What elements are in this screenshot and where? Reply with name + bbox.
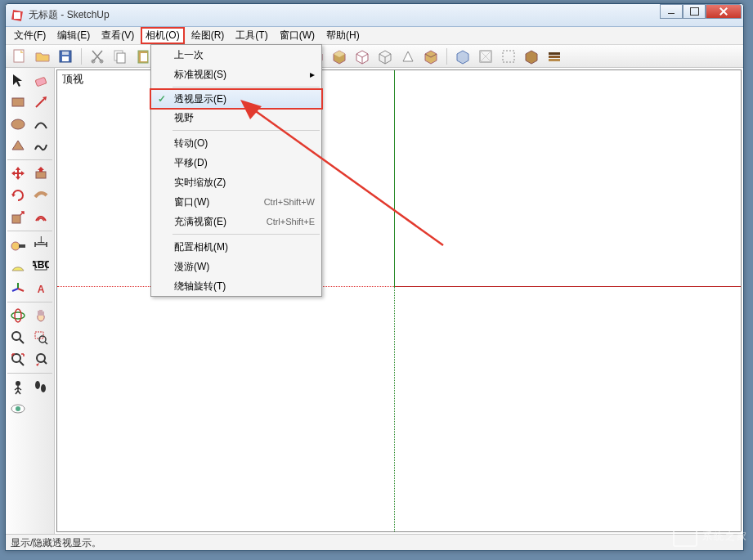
zoom-tool-icon[interactable]	[7, 327, 29, 348]
svg-rect-1	[14, 12, 20, 19]
axes-tool-icon[interactable]	[7, 278, 29, 299]
pushpull-tool-icon[interactable]	[30, 163, 52, 184]
menu-edit[interactable]: 编辑(E)	[52, 27, 95, 44]
svg-point-41	[16, 381, 20, 386]
copy-icon[interactable]	[111, 47, 129, 65]
content-area: ⊥ ABC A	[6, 68, 743, 534]
menu-item-pan[interactable]: 平移(D)	[151, 153, 321, 172]
menu-tools[interactable]: 工具(T)	[231, 27, 272, 44]
zoom-window-tool-icon[interactable]	[30, 327, 52, 348]
style-wireframe-icon[interactable]	[376, 47, 394, 65]
menu-item-previous[interactable]: 上一次	[151, 45, 321, 65]
svg-rect-19	[503, 51, 514, 62]
svg-rect-26	[36, 172, 46, 178]
section-plane-tool-icon[interactable]	[30, 398, 52, 419]
menu-item-position-camera[interactable]: 配置相机(M)	[151, 237, 321, 257]
zoom-extents-tool-icon[interactable]	[7, 349, 29, 370]
app-icon	[11, 9, 24, 22]
window-title: 无标题 - SketchUp	[29, 8, 660, 22]
menu-item-walk[interactable]: 漫游(W)	[151, 257, 321, 276]
select-tool-icon[interactable]	[7, 69, 29, 91]
status-text: 显示/隐藏透视显示。	[11, 537, 101, 549]
save-icon[interactable]	[56, 47, 74, 65]
menu-item-perspective[interactable]: ✓透视显示(E)	[150, 89, 322, 109]
menu-bar: 文件(F) 编辑(E) 查看(V) 相机(O) 绘图(R) 工具(T) 窗口(W…	[6, 27, 743, 45]
menu-view[interactable]: 查看(V)	[96, 27, 139, 44]
svg-text:A: A	[38, 284, 45, 295]
menu-draw[interactable]: 绘图(R)	[186, 27, 230, 44]
line-tool-icon[interactable]	[30, 92, 52, 113]
svg-rect-21	[549, 56, 560, 58]
orbit-tool-icon[interactable]	[7, 305, 29, 326]
polygon-tool-icon[interactable]	[7, 136, 29, 157]
followme-tool-icon[interactable]	[30, 185, 52, 206]
menu-file[interactable]: 文件(F)	[9, 27, 51, 44]
menu-item-zoom-extents[interactable]: 充满视窗(E)Ctrl+Shift+E	[151, 212, 321, 231]
rotate-tool-icon[interactable]	[7, 185, 29, 206]
menu-item-field-of-view[interactable]: 视野	[151, 108, 321, 128]
xray-icon[interactable]	[454, 47, 472, 65]
look-around-tool-icon[interactable]	[7, 398, 29, 419]
dimension-tool-icon[interactable]: ⊥	[30, 234, 52, 255]
app-window: 无标题 - SketchUp 文件(F) 编辑(E) 查看(V) 相机(O) 绘…	[5, 3, 744, 551]
position-camera-tool-icon[interactable]	[7, 376, 29, 397]
minimize-button[interactable]	[660, 4, 683, 19]
menu-help[interactable]: 帮助(H)	[321, 27, 365, 44]
svg-point-39	[12, 354, 20, 362]
cut-icon[interactable]	[88, 47, 106, 65]
svg-rect-9	[117, 53, 125, 63]
menu-item-look-around[interactable]: 绕轴旋转(T)	[151, 276, 321, 296]
style-monochrome-icon[interactable]	[399, 47, 417, 65]
fog-icon[interactable]	[545, 47, 563, 65]
menu-separator	[173, 87, 320, 87]
svg-rect-23	[35, 77, 47, 87]
menu-item-zoom[interactable]: 实时缩放(Z)	[151, 172, 321, 192]
svg-point-42	[35, 381, 40, 389]
svg-point-43	[41, 384, 46, 392]
arc-tool-icon[interactable]	[30, 114, 52, 135]
move-tool-icon[interactable]	[7, 163, 29, 184]
freehand-tool-icon[interactable]	[30, 136, 52, 157]
axis-y-positive	[394, 70, 395, 286]
left-toolbox: ⊥ ABC A	[6, 68, 55, 534]
offset-tool-icon[interactable]	[30, 207, 52, 228]
toolbar-separator	[446, 48, 447, 65]
transparent-icon[interactable]	[477, 47, 495, 65]
style-shaded-icon[interactable]	[330, 47, 348, 65]
pan-tool-icon[interactable]	[30, 305, 52, 326]
svg-rect-24	[12, 98, 24, 106]
protractor-tool-icon[interactable]	[7, 256, 29, 277]
close-button[interactable]	[706, 4, 742, 19]
open-file-icon[interactable]	[34, 47, 52, 65]
3dtext-tool-icon[interactable]: A	[30, 278, 52, 299]
axis-y-negative	[394, 286, 395, 531]
menu-item-standard-views[interactable]: 标准视图(S)▸	[151, 65, 321, 84]
tape-measure-tool-icon[interactable]	[7, 234, 29, 255]
rectangle-tool-icon[interactable]	[7, 92, 29, 113]
style-back-edges-icon[interactable]	[422, 47, 440, 65]
main-toolbar: i ?	[6, 45, 743, 68]
style-hidden-line-icon[interactable]	[353, 47, 371, 65]
menu-item-zoom-window[interactable]: 窗口(W)Ctrl+Shift+W	[151, 192, 321, 212]
svg-rect-4	[62, 56, 69, 61]
previous-view-tool-icon[interactable]	[30, 349, 52, 370]
section-cut-icon[interactable]	[500, 47, 518, 65]
svg-rect-29	[19, 244, 25, 248]
menu-item-orbit[interactable]: 转动(O)	[151, 133, 321, 153]
menu-camera[interactable]: 相机(O)	[141, 27, 184, 44]
menu-separator	[173, 234, 320, 235]
walk-tool-icon[interactable]	[30, 376, 52, 397]
eraser-tool-icon[interactable]	[30, 69, 52, 91]
svg-rect-11	[141, 53, 147, 61]
scale-tool-icon[interactable]	[7, 207, 29, 228]
shadows-icon[interactable]	[522, 47, 540, 65]
status-bar: 显示/隐藏透视显示。	[6, 534, 743, 550]
toolbar-separator	[81, 48, 82, 65]
circle-tool-icon[interactable]	[7, 114, 29, 135]
new-file-icon[interactable]	[11, 47, 29, 65]
svg-point-38	[39, 336, 46, 343]
menu-window[interactable]: 窗口(W)	[275, 27, 320, 44]
paste-icon[interactable]	[134, 47, 152, 65]
maximize-button[interactable]	[683, 4, 706, 19]
text-tool-icon[interactable]: ABC	[30, 256, 52, 277]
